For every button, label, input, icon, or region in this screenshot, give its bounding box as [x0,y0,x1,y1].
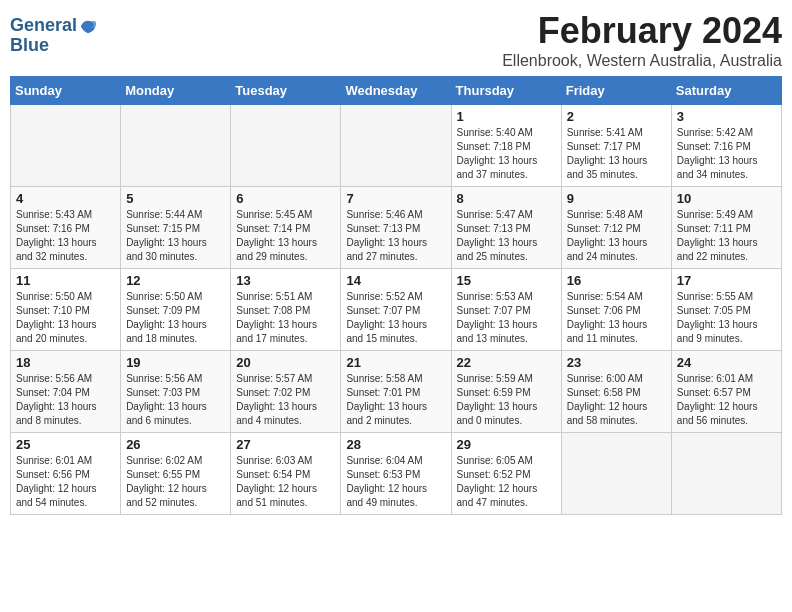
day-header-friday: Friday [561,77,671,105]
day-detail: Sunrise: 6:05 AM Sunset: 6:52 PM Dayligh… [457,454,556,510]
day-number: 8 [457,191,556,206]
days-header-row: SundayMondayTuesdayWednesdayThursdayFrid… [11,77,782,105]
day-cell: 19Sunrise: 5:56 AM Sunset: 7:03 PM Dayli… [121,351,231,433]
day-number: 13 [236,273,335,288]
day-detail: Sunrise: 6:03 AM Sunset: 6:54 PM Dayligh… [236,454,335,510]
day-cell: 6Sunrise: 5:45 AM Sunset: 7:14 PM Daylig… [231,187,341,269]
day-cell: 10Sunrise: 5:49 AM Sunset: 7:11 PM Dayli… [671,187,781,269]
day-cell: 18Sunrise: 5:56 AM Sunset: 7:04 PM Dayli… [11,351,121,433]
day-cell [11,105,121,187]
day-cell: 13Sunrise: 5:51 AM Sunset: 7:08 PM Dayli… [231,269,341,351]
day-header-monday: Monday [121,77,231,105]
day-number: 2 [567,109,666,124]
day-cell: 15Sunrise: 5:53 AM Sunset: 7:07 PM Dayli… [451,269,561,351]
day-detail: Sunrise: 5:50 AM Sunset: 7:09 PM Dayligh… [126,290,225,346]
day-cell: 27Sunrise: 6:03 AM Sunset: 6:54 PM Dayli… [231,433,341,515]
day-detail: Sunrise: 5:56 AM Sunset: 7:03 PM Dayligh… [126,372,225,428]
day-number: 10 [677,191,776,206]
day-cell: 14Sunrise: 5:52 AM Sunset: 7:07 PM Dayli… [341,269,451,351]
day-number: 19 [126,355,225,370]
day-number: 6 [236,191,335,206]
week-row-4: 18Sunrise: 5:56 AM Sunset: 7:04 PM Dayli… [11,351,782,433]
day-detail: Sunrise: 6:02 AM Sunset: 6:55 PM Dayligh… [126,454,225,510]
logo-text-line2: Blue [10,36,97,56]
day-cell: 4Sunrise: 5:43 AM Sunset: 7:16 PM Daylig… [11,187,121,269]
week-row-3: 11Sunrise: 5:50 AM Sunset: 7:10 PM Dayli… [11,269,782,351]
day-number: 26 [126,437,225,452]
day-cell: 7Sunrise: 5:46 AM Sunset: 7:13 PM Daylig… [341,187,451,269]
day-number: 25 [16,437,115,452]
day-detail: Sunrise: 5:55 AM Sunset: 7:05 PM Dayligh… [677,290,776,346]
day-detail: Sunrise: 5:48 AM Sunset: 7:12 PM Dayligh… [567,208,666,264]
day-cell: 23Sunrise: 6:00 AM Sunset: 6:58 PM Dayli… [561,351,671,433]
day-number: 9 [567,191,666,206]
day-cell [671,433,781,515]
day-header-tuesday: Tuesday [231,77,341,105]
day-header-wednesday: Wednesday [341,77,451,105]
day-detail: Sunrise: 6:00 AM Sunset: 6:58 PM Dayligh… [567,372,666,428]
day-number: 27 [236,437,335,452]
day-number: 22 [457,355,556,370]
day-detail: Sunrise: 5:40 AM Sunset: 7:18 PM Dayligh… [457,126,556,182]
day-cell: 26Sunrise: 6:02 AM Sunset: 6:55 PM Dayli… [121,433,231,515]
day-detail: Sunrise: 5:52 AM Sunset: 7:07 PM Dayligh… [346,290,445,346]
day-number: 15 [457,273,556,288]
header: General Blue February 2024 Ellenbrook, W… [10,10,782,70]
day-detail: Sunrise: 5:49 AM Sunset: 7:11 PM Dayligh… [677,208,776,264]
day-number: 29 [457,437,556,452]
day-cell: 20Sunrise: 5:57 AM Sunset: 7:02 PM Dayli… [231,351,341,433]
day-detail: Sunrise: 5:50 AM Sunset: 7:10 PM Dayligh… [16,290,115,346]
calendar-title: February 2024 [502,10,782,52]
day-cell [561,433,671,515]
day-number: 17 [677,273,776,288]
week-row-1: 1Sunrise: 5:40 AM Sunset: 7:18 PM Daylig… [11,105,782,187]
day-detail: Sunrise: 6:04 AM Sunset: 6:53 PM Dayligh… [346,454,445,510]
day-cell: 24Sunrise: 6:01 AM Sunset: 6:57 PM Dayli… [671,351,781,433]
day-detail: Sunrise: 5:47 AM Sunset: 7:13 PM Dayligh… [457,208,556,264]
day-cell [341,105,451,187]
day-detail: Sunrise: 5:46 AM Sunset: 7:13 PM Dayligh… [346,208,445,264]
day-detail: Sunrise: 6:01 AM Sunset: 6:57 PM Dayligh… [677,372,776,428]
day-detail: Sunrise: 5:44 AM Sunset: 7:15 PM Dayligh… [126,208,225,264]
day-number: 28 [346,437,445,452]
day-number: 3 [677,109,776,124]
title-block: February 2024 Ellenbrook, Western Austra… [502,10,782,70]
day-cell: 8Sunrise: 5:47 AM Sunset: 7:13 PM Daylig… [451,187,561,269]
day-detail: Sunrise: 5:53 AM Sunset: 7:07 PM Dayligh… [457,290,556,346]
day-cell: 28Sunrise: 6:04 AM Sunset: 6:53 PM Dayli… [341,433,451,515]
day-header-saturday: Saturday [671,77,781,105]
day-cell [121,105,231,187]
day-number: 11 [16,273,115,288]
day-number: 21 [346,355,445,370]
day-detail: Sunrise: 5:54 AM Sunset: 7:06 PM Dayligh… [567,290,666,346]
day-cell: 22Sunrise: 5:59 AM Sunset: 6:59 PM Dayli… [451,351,561,433]
day-cell: 12Sunrise: 5:50 AM Sunset: 7:09 PM Dayli… [121,269,231,351]
day-cell: 16Sunrise: 5:54 AM Sunset: 7:06 PM Dayli… [561,269,671,351]
day-number: 1 [457,109,556,124]
day-number: 18 [16,355,115,370]
day-cell: 5Sunrise: 5:44 AM Sunset: 7:15 PM Daylig… [121,187,231,269]
day-cell: 25Sunrise: 6:01 AM Sunset: 6:56 PM Dayli… [11,433,121,515]
day-cell [231,105,341,187]
day-cell: 3Sunrise: 5:42 AM Sunset: 7:16 PM Daylig… [671,105,781,187]
day-header-thursday: Thursday [451,77,561,105]
day-number: 14 [346,273,445,288]
day-number: 7 [346,191,445,206]
logo: General Blue [10,16,97,56]
day-detail: Sunrise: 5:41 AM Sunset: 7:17 PM Dayligh… [567,126,666,182]
day-number: 20 [236,355,335,370]
week-row-5: 25Sunrise: 6:01 AM Sunset: 6:56 PM Dayli… [11,433,782,515]
week-row-2: 4Sunrise: 5:43 AM Sunset: 7:16 PM Daylig… [11,187,782,269]
day-cell: 2Sunrise: 5:41 AM Sunset: 7:17 PM Daylig… [561,105,671,187]
day-cell: 9Sunrise: 5:48 AM Sunset: 7:12 PM Daylig… [561,187,671,269]
day-number: 16 [567,273,666,288]
day-number: 12 [126,273,225,288]
day-detail: Sunrise: 5:56 AM Sunset: 7:04 PM Dayligh… [16,372,115,428]
day-cell: 17Sunrise: 5:55 AM Sunset: 7:05 PM Dayli… [671,269,781,351]
day-detail: Sunrise: 5:45 AM Sunset: 7:14 PM Dayligh… [236,208,335,264]
logo-icon [79,17,97,35]
day-detail: Sunrise: 5:57 AM Sunset: 7:02 PM Dayligh… [236,372,335,428]
day-detail: Sunrise: 5:59 AM Sunset: 6:59 PM Dayligh… [457,372,556,428]
day-number: 5 [126,191,225,206]
day-cell: 21Sunrise: 5:58 AM Sunset: 7:01 PM Dayli… [341,351,451,433]
